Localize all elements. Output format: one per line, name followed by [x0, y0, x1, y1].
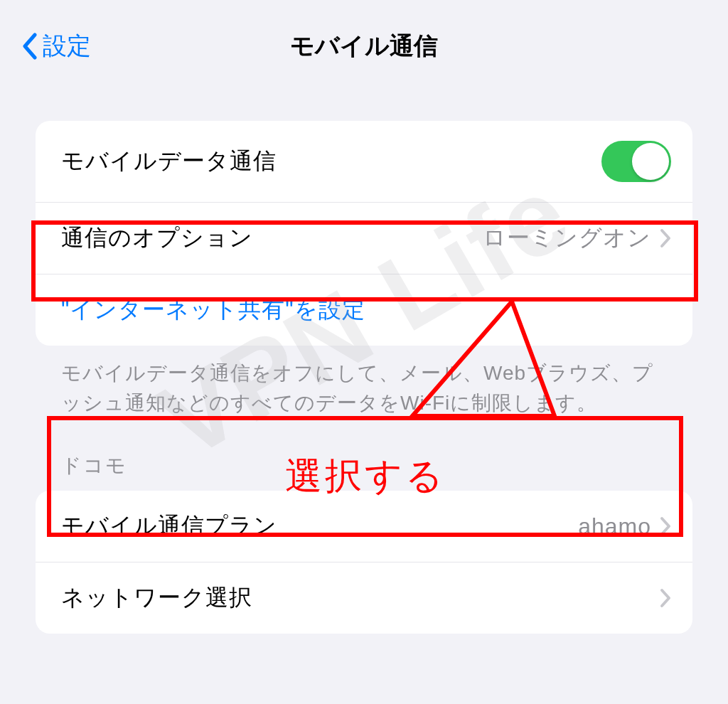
network-select-label: ネットワーク選択 — [61, 582, 660, 614]
row-right — [660, 588, 671, 608]
settings-group-2: モバイル通信プラン ahamo ネットワーク選択 — [36, 491, 692, 634]
communication-options-value: ローミングオン — [483, 223, 651, 254]
communication-options-label: 通信のオプション — [61, 223, 483, 254]
settings-group-1: モバイルデータ通信 通信のオプション ローミングオン "インターネット共有"を設… — [36, 121, 692, 346]
back-button[interactable]: 設定 — [21, 30, 91, 63]
row-right: ahamo — [578, 513, 671, 540]
chevron-right-icon — [660, 516, 671, 536]
mobile-plan-label: モバイル通信プラン — [61, 511, 578, 542]
mobile-data-toggle[interactable] — [601, 141, 671, 182]
page-title: モバイル通信 — [14, 30, 714, 63]
mobile-data-row[interactable]: モバイルデータ通信 — [36, 121, 692, 202]
network-select-row[interactable]: ネットワーク選択 — [36, 562, 692, 634]
chevron-left-icon — [21, 33, 37, 60]
chevron-right-icon — [660, 588, 671, 608]
nav-bar: 設定 モバイル通信 — [0, 0, 728, 92]
row-right: ローミングオン — [483, 223, 671, 254]
hotspot-setup-label: "インターネット共有"を設定 — [61, 294, 671, 326]
group-footer-text: モバイルデータ通信をオフにして、メール、Webブラウズ、プッシュ通知などのすべて… — [36, 358, 692, 418]
mobile-plan-value: ahamo — [578, 513, 651, 540]
communication-options-row[interactable]: 通信のオプション ローミングオン — [36, 202, 692, 274]
mobile-data-label: モバイルデータ通信 — [61, 146, 601, 177]
back-label: 設定 — [43, 30, 91, 63]
toggle-knob — [632, 143, 669, 180]
chevron-right-icon — [660, 228, 671, 248]
mobile-plan-row[interactable]: モバイル通信プラン ahamo — [36, 491, 692, 562]
hotspot-setup-row[interactable]: "インターネット共有"を設定 — [36, 274, 692, 346]
section-header-carrier: ドコモ — [36, 452, 692, 486]
